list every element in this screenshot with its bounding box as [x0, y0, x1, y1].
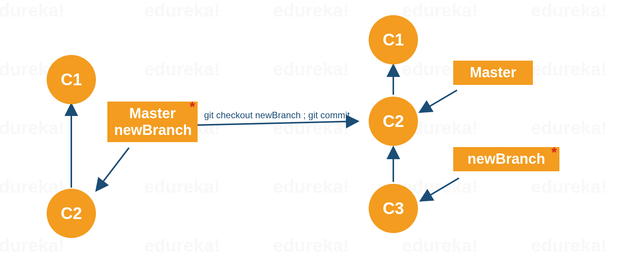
watermark: edureka!: [531, 235, 607, 256]
branch-box-newbranch-label: newBranch: [460, 151, 553, 168]
branch-box-left-line1: Master: [114, 105, 191, 122]
commit-node-c1-right: C1: [369, 15, 418, 64]
watermark: edureka!: [144, 176, 220, 197]
svg-line-5: [421, 90, 457, 111]
active-branch-asterisk-right: *: [551, 145, 557, 161]
branch-box-left: Master newBranch: [107, 102, 198, 142]
svg-line-2: [197, 121, 357, 125]
watermark: edureka!: [273, 59, 349, 80]
watermark: edureka!: [273, 0, 349, 21]
watermark: edureka!: [0, 0, 64, 21]
branch-box-left-line2: newBranch: [114, 122, 191, 139]
watermark: edureka!: [144, 235, 220, 256]
arrows-layer: [0, 0, 644, 274]
active-branch-asterisk-left: *: [190, 99, 195, 115]
watermark: edureka!: [0, 176, 64, 197]
svg-line-6: [422, 178, 459, 200]
watermark: edureka!: [402, 0, 478, 21]
commit-node-c3-right: C3: [369, 184, 418, 233]
watermark: edureka!: [0, 235, 64, 256]
watermark: edureka!: [144, 59, 220, 80]
watermark: edureka!: [144, 0, 220, 21]
watermark: edureka!: [273, 176, 349, 197]
watermark: edureka!: [531, 0, 607, 21]
branch-box-master-label: Master: [460, 64, 526, 81]
watermark: edureka!: [531, 117, 607, 138]
watermark: edureka!: [273, 117, 349, 138]
watermark: edureka!: [273, 235, 349, 256]
commit-node-c1-left: C1: [47, 55, 96, 104]
watermark: edureka!: [402, 235, 478, 256]
command-label: git checkout newBranch ; git commit: [204, 110, 350, 121]
branch-box-master-right: Master: [453, 61, 533, 85]
branch-box-newbranch-right: newBranch: [453, 147, 559, 171]
watermark: edureka!: [531, 59, 607, 80]
watermark: edureka!: [531, 176, 607, 197]
watermark: edureka!: [0, 117, 64, 138]
svg-line-1: [97, 148, 129, 189]
commit-node-c2-right: C2: [369, 97, 418, 146]
commit-node-c2-left: C2: [47, 189, 96, 238]
